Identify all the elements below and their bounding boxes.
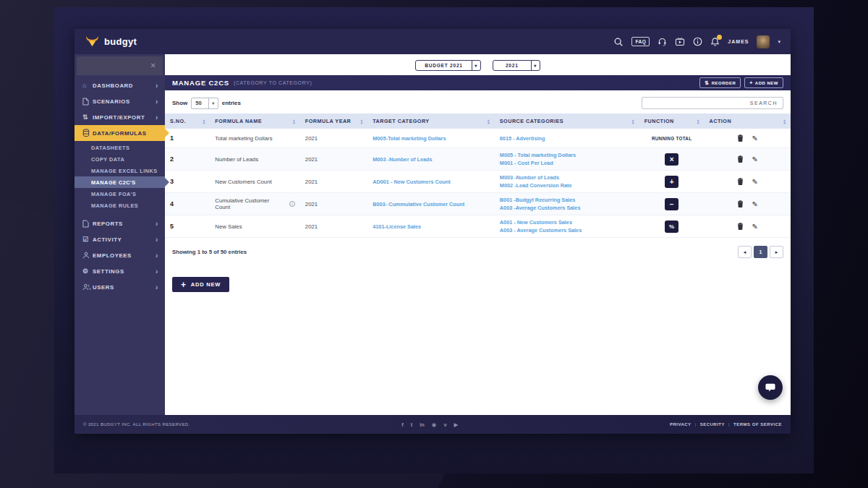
sidebar-item-dashboard[interactable]: ⌂ DASHBOARD ›	[75, 77, 165, 93]
import-export-icon: ⇅	[82, 114, 93, 121]
column-header-function[interactable]: FUNCTION▴▾	[639, 114, 705, 129]
source-category-link[interactable]: A003 -Average Customers Sales	[500, 205, 581, 211]
terms-link[interactable]: TERMS OF SERVICE	[733, 422, 782, 427]
next-page-button[interactable]: ▸	[770, 246, 783, 258]
function-multiply-button[interactable]: ×	[665, 153, 678, 166]
function-add-button[interactable]: +	[665, 176, 678, 188]
year-dropdown[interactable]: 2021 ▾	[493, 60, 540, 71]
source-category-link[interactable]: M005 - Total marketing Dollars	[500, 152, 576, 158]
app-window: budgyt FAQ JAMES ▾	[75, 29, 791, 434]
plus-icon: +	[181, 282, 187, 288]
notifications-bell-icon[interactable]	[710, 37, 720, 47]
chevron-down-icon[interactable]: ▾	[778, 39, 780, 45]
column-header-action[interactable]: ACTION▴▾	[705, 114, 791, 129]
edit-icon[interactable]: ✎	[752, 178, 758, 186]
search-input[interactable]	[642, 97, 783, 109]
vimeo-icon[interactable]: v	[443, 421, 446, 428]
table-row: 5 New Sales 2021 4101-License Sales A001…	[165, 215, 791, 238]
source-category-link[interactable]: A003 - Average Customers Sales	[500, 227, 582, 234]
entries-per-page-select[interactable]: 50 ▾	[191, 98, 218, 109]
edit-icon[interactable]: ✎	[752, 134, 758, 142]
delete-icon[interactable]	[737, 155, 744, 163]
table-row: 1 Total marketing Dollars 2021 M005-Tota…	[165, 129, 791, 148]
add-new-button-top[interactable]: + ADD NEW	[744, 77, 783, 88]
target-category-link[interactable]: M005-Total marketing Dollars	[373, 135, 446, 142]
column-header-formula-name[interactable]: FORMULA NAME▴▾	[210, 114, 300, 129]
chevron-right-icon: ›	[156, 283, 158, 291]
add-new-button-bottom[interactable]: + ADD NEW	[172, 277, 229, 292]
info-icon[interactable]: i	[289, 201, 295, 207]
c2c-table: S.NO.▴▾ FORMULA NAME▴▾ FORMULA YEAR▴▾ TA…	[165, 114, 791, 238]
chat-widget-button[interactable]	[758, 375, 783, 400]
sidebar-item-manage-foas[interactable]: MANAGE FOA'S	[75, 188, 165, 200]
showing-entries-text: Showing 1 to 5 of 50 entries	[172, 249, 247, 255]
budget-dropdown[interactable]: BUDGET 2021 ▾	[415, 60, 481, 71]
table-footer: Showing 1 to 5 of 50 entries ◂ 1 ▸	[165, 238, 791, 258]
security-link[interactable]: SECURITY	[700, 422, 725, 427]
column-header-sno[interactable]: S.NO.▴▾	[165, 114, 210, 129]
info-icon[interactable]	[693, 37, 702, 46]
reorder-button[interactable]: ⇅ REORDER	[699, 77, 741, 88]
delete-icon[interactable]	[737, 134, 744, 142]
plus-icon: +	[749, 80, 753, 85]
privacy-link[interactable]: PRIVACY	[670, 422, 692, 427]
sidebar-item-activity[interactable]: ☑ ACTIVITY ›	[75, 231, 165, 247]
edit-icon[interactable]: ✎	[752, 155, 758, 163]
linkedin-icon[interactable]: in	[420, 421, 425, 428]
sidebar-item-settings[interactable]: ⚙ SETTINGS ›	[75, 263, 165, 279]
logo-text: budgyt	[104, 36, 137, 47]
sidebar-item-data-formulas[interactable]: DATA/FORMULAS	[75, 125, 165, 141]
target-category-link[interactable]: AD001 - New Customers Count	[373, 179, 450, 185]
reorder-icon: ⇅	[705, 80, 709, 86]
delete-icon[interactable]	[737, 200, 744, 207]
sidebar-item-manage-c2cs[interactable]: MANAGE C2C'S	[75, 176, 165, 188]
sidebar-item-datasheets[interactable]: DATASHEETS	[75, 142, 165, 153]
sidebar-item-employees[interactable]: EMPLOYEES ›	[75, 247, 165, 263]
support-headset-icon[interactable]	[658, 37, 667, 46]
source-category-link[interactable]: M001 - Cost Per Lead	[500, 160, 576, 166]
edit-icon[interactable]: ✎	[752, 223, 758, 231]
video-tutorials-icon[interactable]	[675, 37, 685, 46]
chevron-right-icon: ›	[156, 252, 158, 260]
sidebar-item-copy-data[interactable]: COPY DATA	[75, 153, 165, 165]
column-header-source-categories[interactable]: SOURCE CATEGORIES▴▾	[495, 114, 639, 129]
source-category-link[interactable]: A001 - New Customers Sales	[500, 219, 582, 226]
function-percent-button[interactable]: %	[665, 221, 678, 233]
chevron-right-icon: ›	[156, 267, 158, 275]
function-subtract-button[interactable]: −	[665, 198, 678, 210]
page-number-button[interactable]: 1	[754, 246, 767, 258]
avatar[interactable]	[757, 35, 770, 48]
delete-icon[interactable]	[737, 223, 744, 230]
facebook-icon[interactable]: f	[401, 421, 404, 428]
person-icon	[82, 252, 93, 259]
twitter-icon[interactable]: t	[411, 421, 413, 428]
page-title-bar: MANAGE C2CS (CATEGORY TO CATEGORY) ⇅ REO…	[165, 75, 791, 90]
youtube-icon[interactable]: ▶	[454, 421, 459, 428]
search-icon[interactable]	[613, 37, 624, 47]
source-category-link[interactable]: B001 -Budgyt Recurring Sales	[500, 197, 581, 203]
previous-page-button[interactable]: ◂	[738, 246, 752, 258]
faq-button[interactable]: FAQ	[631, 37, 650, 46]
close-icon[interactable]: ✕	[150, 62, 156, 69]
column-header-target-category[interactable]: TARGET CATEGORY▴▾	[367, 114, 495, 129]
budgyt-logo[interactable]: budgyt	[85, 35, 137, 48]
sidebar-item-users[interactable]: USERS ›	[75, 279, 165, 295]
target-category-link[interactable]: 4101-License Sales	[373, 223, 421, 230]
title-bar-actions: ⇅ REORDER + ADD NEW	[699, 77, 783, 88]
sidebar-item-manage-rules[interactable]: MANAGE RULES	[75, 200, 165, 211]
sort-icon: ▴▾	[694, 119, 699, 124]
gear-icon: ⚙	[82, 267, 93, 275]
source-category-link[interactable]: M003 -Number of Leads	[500, 174, 572, 181]
target-category-link[interactable]: M003 -Number of Leads	[373, 156, 432, 163]
target-category-link[interactable]: B003- Cummulative Customer Count	[373, 201, 464, 207]
sidebar-item-reports[interactable]: REPORTS ›	[75, 215, 165, 231]
column-header-formula-year[interactable]: FORMULA YEAR▴▾	[300, 114, 367, 129]
instagram-icon[interactable]: ◉	[432, 421, 437, 428]
sidebar-item-manage-excel-links[interactable]: MANAGE EXCEL LINKS	[75, 165, 165, 176]
sidebar-item-import-export[interactable]: ⇅ IMPORT/EXPORT ›	[75, 109, 165, 125]
source-category-link[interactable]: 6015 - Advertising	[500, 135, 545, 142]
edit-icon[interactable]: ✎	[752, 200, 758, 208]
delete-icon[interactable]	[737, 178, 744, 185]
source-category-link[interactable]: M002 -Lead Conversion Rate	[500, 182, 572, 189]
sidebar-item-scenarios[interactable]: SCENARIOS ›	[75, 93, 165, 109]
